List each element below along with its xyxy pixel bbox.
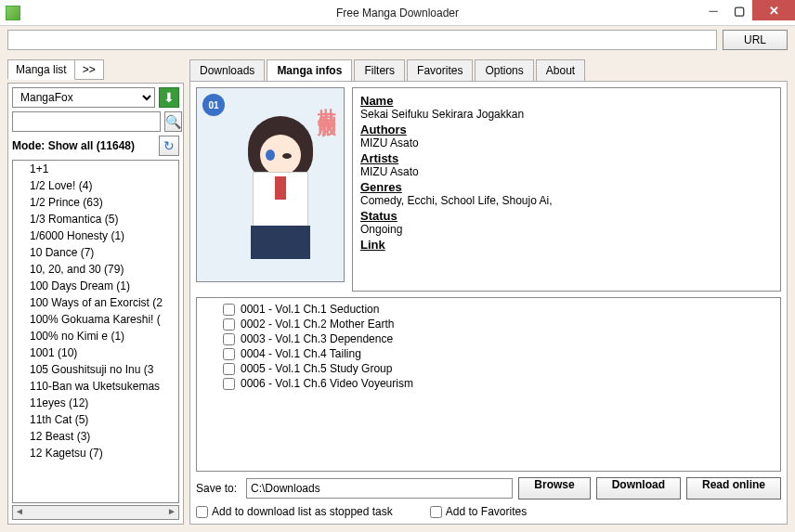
stopped-task-check[interactable]: Add to download list as stopped task [196, 505, 393, 518]
horizontal-scrollbar[interactable] [12, 505, 179, 520]
url-button[interactable]: URL [723, 30, 788, 50]
manga-list[interactable]: 1+11/2 Love! (4)1/2 Prince (63)1/3 Roman… [12, 160, 179, 503]
url-input[interactable] [7, 30, 717, 50]
tab-downloads[interactable]: Downloads [189, 59, 265, 82]
add-favorites-check[interactable]: Add to Favorites [430, 505, 527, 518]
tab-about[interactable]: About [536, 59, 585, 82]
chapter-check[interactable] [223, 348, 235, 360]
genres-value: Comedy, Ecchi, School Life, Shoujo Ai, [360, 194, 773, 207]
list-item[interactable]: 100% Gokuama Kareshi! ( [13, 311, 178, 328]
source-select[interactable]: MangaFox [12, 87, 155, 108]
genres-label: Genres [360, 180, 773, 194]
browse-button[interactable]: Browse [518, 477, 590, 500]
mode-label: Mode: Show all (11648) [12, 139, 135, 152]
info-panel[interactable]: Name Sekai Seifuku Sekirara Jogakkan Aut… [352, 87, 781, 292]
chapter-row[interactable]: 0006 - Vol.1 Ch.6 Video Voyeurism [201, 376, 776, 391]
main-tabs: DownloadsManga infosFiltersFavoritesOpti… [189, 59, 788, 81]
cover-image: 01 世界制服 女学館 [196, 87, 345, 282]
search-input[interactable] [12, 111, 161, 132]
save-label: Save to: [196, 482, 241, 495]
authors-value: MIZU Asato [360, 136, 773, 149]
artists-value: MIZU Asato [360, 165, 773, 178]
titlebar: Free Manga Downloader ─ ▢ ✕ [0, 0, 795, 26]
tab-filters[interactable]: Filters [354, 59, 405, 82]
save-path-input[interactable] [246, 478, 513, 499]
authors-label: Authors [360, 123, 773, 136]
url-bar: URL [0, 26, 795, 54]
list-item[interactable]: 1/2 Love! (4) [13, 177, 178, 194]
list-item[interactable]: 100 Days Dream (1) [13, 278, 178, 294]
close-button[interactable]: ✕ [752, 0, 795, 20]
tab-expand[interactable]: >> [74, 59, 104, 80]
chapter-check[interactable] [223, 333, 235, 345]
list-item[interactable]: 110-Ban wa Uketsukemas [13, 378, 178, 395]
list-item[interactable]: 1/6000 Honesty (1) [13, 227, 178, 244]
status-label: Status [360, 209, 773, 223]
chapter-row[interactable]: 0001 - Vol.1 Ch.1 Seduction [201, 302, 776, 317]
chapter-row[interactable]: 0005 - Vol.1 Ch.5 Study Group [201, 361, 776, 376]
list-item[interactable]: 100% no Kimi e (1) [13, 328, 178, 344]
status-value: Ongoing [360, 223, 773, 236]
artists-label: Artists [360, 151, 773, 165]
tab-manga-list[interactable]: Manga list [7, 59, 75, 80]
link-label: Link [360, 238, 773, 252]
tab-manga-infos[interactable]: Manga infos [267, 59, 352, 82]
download-list-icon[interactable]: ⬇ [159, 87, 179, 108]
tab-options[interactable]: Options [475, 59, 533, 82]
chapter-check[interactable] [223, 318, 235, 331]
name-label: Name [360, 94, 773, 108]
chapter-check[interactable] [223, 363, 235, 375]
read-online-button[interactable]: Read online [686, 477, 781, 500]
chapter-row[interactable]: 0003 - Vol.1 Ch.3 Dependence [201, 331, 776, 346]
chapter-check[interactable] [223, 378, 235, 390]
list-item[interactable]: 12 Beast (3) [13, 428, 178, 445]
maximize-button[interactable]: ▢ [726, 0, 752, 20]
chapter-check[interactable] [223, 304, 235, 316]
search-icon[interactable]: 🔍 [164, 111, 182, 132]
list-item[interactable]: 12 Kagetsu (7) [13, 445, 178, 461]
list-item[interactable]: 1001 (10) [13, 344, 178, 361]
name-value: Sekai Seifuku Sekirara Jogakkan [360, 108, 773, 121]
list-item[interactable]: 100 Ways of an Exorcist (2 [13, 294, 178, 311]
list-item[interactable]: 11eyes (12) [13, 395, 178, 411]
tab-favorites[interactable]: Favorites [407, 59, 473, 82]
minimize-button[interactable]: ─ [700, 0, 726, 20]
chapter-row[interactable]: 0004 - Vol.1 Ch.4 Tailing [201, 346, 776, 361]
list-item[interactable]: 1/3 Romantica (5) [13, 211, 178, 227]
window-title: Free Manga Downloader [0, 6, 795, 19]
chapter-row[interactable]: 0002 - Vol.1 Ch.2 Mother Earth [201, 317, 776, 331]
list-item[interactable]: 1+1 [13, 161, 178, 177]
refresh-icon[interactable]: ↻ [159, 136, 179, 156]
download-button[interactable]: Download [596, 477, 681, 500]
list-item[interactable]: 11th Cat (5) [13, 411, 178, 428]
list-item[interactable]: 105 Goushitsuji no Inu (3 [13, 361, 178, 378]
list-item[interactable]: 1/2 Prince (63) [13, 194, 178, 211]
list-item[interactable]: 10, 20, and 30 (79) [13, 261, 178, 278]
list-item[interactable]: 10 Dance (7) [13, 244, 178, 261]
chapter-list[interactable]: 0001 - Vol.1 Ch.1 Seduction0002 - Vol.1 … [196, 297, 781, 472]
